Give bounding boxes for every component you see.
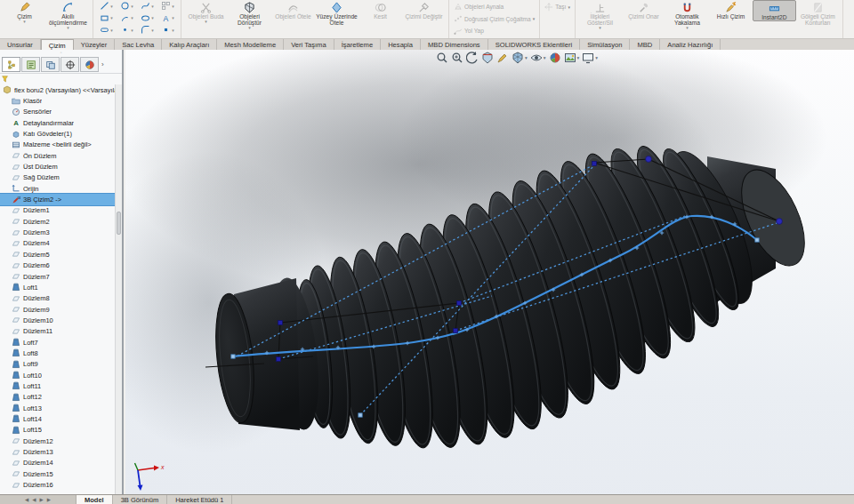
sketch-entity-dot-button[interactable]: ▾ bbox=[157, 25, 178, 35]
tree-item-kat-g-vdeler-1[interactable]: Katı Gövdeler(1) bbox=[0, 128, 115, 139]
sketch-entity-point-button[interactable]: ▾ bbox=[117, 25, 137, 35]
tree-item-d-zlem6[interactable]: Düzlem6 bbox=[0, 260, 115, 271]
scroll-left-icon[interactable]: ◀ bbox=[25, 497, 28, 502]
tree-item-d-zlem5[interactable]: Düzlem5 bbox=[0, 249, 115, 260]
make-path-button[interactable]: Yol Yap bbox=[452, 25, 486, 37]
panel-tab-displaymanager[interactable] bbox=[80, 57, 99, 72]
document-tab-model[interactable]: Model bbox=[77, 495, 113, 504]
tree-item-loft7[interactable]: Loft7 bbox=[0, 337, 115, 348]
tree-item-d-zlem10[interactable]: Düzlem10 bbox=[0, 315, 115, 325]
previous-view-button[interactable] bbox=[466, 52, 479, 64]
instant2d-button[interactable]: Instant2D bbox=[753, 0, 796, 21]
modify-button[interactable]: Çizimi Değiştir bbox=[402, 0, 446, 20]
smart-dimension-button[interactable]: Akıllı ölçümlendirme▾ bbox=[46, 0, 90, 30]
sketch-entity-arc-button[interactable]: ▾ bbox=[117, 13, 137, 23]
dropdown-caret-icon[interactable]: ▾ bbox=[110, 15, 113, 20]
tree-item-d-zlem9[interactable]: Düzlem9 bbox=[0, 304, 115, 315]
tree-item-detayland-rmalar[interactable]: ADetaylandırmalar bbox=[0, 117, 115, 128]
dropdown-caret-icon[interactable]: ▾ bbox=[172, 15, 174, 20]
tree-item-3b-izim2[interactable]: 3D3B Çizim2 -> bbox=[0, 194, 115, 204]
tree-item-d-zlem3[interactable]: Düzlem3 bbox=[0, 227, 115, 237]
ribbon-tab--izim[interactable]: Çizim bbox=[41, 39, 74, 50]
tree-item-klas-r[interactable]: Klasör bbox=[0, 95, 115, 106]
dropdown-caret-icon[interactable]: ▾ bbox=[172, 28, 174, 33]
dropdown-caret-icon[interactable]: ▾ bbox=[131, 4, 133, 9]
offset-surface-button[interactable]: Yüzey Üzerinde Ötele bbox=[315, 0, 359, 26]
dropdown-caret-icon[interactable]: ▾ bbox=[172, 4, 174, 9]
apply-scene-button[interactable]: ▾ bbox=[564, 52, 580, 64]
relations-button[interactable]: İlişkileri Göster/Sil▾ bbox=[578, 0, 622, 30]
tree-scrollbar[interactable] bbox=[115, 84, 122, 494]
trim-button[interactable]: Objeleri Buda▾ bbox=[184, 0, 228, 24]
sketch-entity-fillet-button[interactable]: ▾ bbox=[137, 25, 157, 35]
sketch-entity-rect-button[interactable]: ▾ bbox=[96, 13, 117, 23]
scroll-left-icon[interactable]: ◀ bbox=[32, 497, 36, 502]
convert-button[interactable]: Objeleri Dönüştür▾ bbox=[228, 0, 271, 30]
sketch-entity-circle-button[interactable]: ▾ bbox=[117, 1, 137, 11]
dropdown-caret-icon[interactable]: ▾ bbox=[568, 4, 570, 10]
dropdown-caret-icon[interactable]: ▾ bbox=[151, 28, 154, 33]
ribbon-tab-y-zeyler[interactable]: Yüzeyler bbox=[74, 39, 116, 50]
ribbon-tab-mesh-modelleme[interactable]: Mesh Modelleme bbox=[217, 39, 284, 50]
dropdown-caret-icon[interactable]: ▾ bbox=[525, 55, 528, 60]
document-tab-hareket-et-d-1[interactable]: Hareket Etüdü 1 bbox=[167, 495, 232, 504]
tree-item-orijin[interactable]: Orijin bbox=[0, 183, 115, 194]
linear-pattern-button[interactable]: Doğrusal Çizim Çoğaltma▾ bbox=[452, 13, 536, 26]
dropdown-caret-icon[interactable]: ▾ bbox=[228, 26, 271, 30]
ribbon-tab-veri-ta-ma[interactable]: Veri Taşıma bbox=[284, 39, 334, 50]
sketch-entity-spline-button[interactable]: ▾ bbox=[137, 1, 157, 11]
sketch-entity-slot-button[interactable]: ▾ bbox=[96, 25, 117, 35]
tree-item-loft12[interactable]: Loft12 bbox=[0, 392, 115, 403]
zoom-to-fit-button[interactable] bbox=[436, 52, 448, 64]
snap-button[interactable]: Otomatik Yakalama▾ bbox=[665, 0, 709, 30]
document-tab-3b-g-r-n-m[interactable]: 3B Görünüm bbox=[113, 495, 168, 504]
tree-item-loft14[interactable]: Loft14 bbox=[0, 413, 115, 424]
sketch-entity-line-button[interactable]: ▾ bbox=[96, 1, 117, 11]
sketch-visibility-button[interactable] bbox=[496, 52, 509, 64]
tree-item-loft10[interactable]: Loft10 bbox=[0, 370, 115, 380]
offset-button[interactable]: Objeleri Ötele bbox=[271, 0, 315, 20]
tree-scrollbar-thumb[interactable] bbox=[117, 212, 121, 235]
dropdown-caret-icon[interactable]: ▾ bbox=[544, 55, 546, 60]
dropdown-caret-icon[interactable]: ▾ bbox=[131, 15, 133, 20]
tree-item-loft11[interactable]: Loft11 bbox=[0, 380, 115, 391]
ribbon-tab-sim-lasyon[interactable]: Simülasyon bbox=[580, 39, 630, 50]
tree-item-d-zlem15[interactable]: Düzlem15 bbox=[0, 468, 115, 479]
tree-item-d-zlem16[interactable]: Düzlem16 bbox=[0, 479, 115, 490]
ribbon-tab-mbd-dimensions[interactable]: MBD Dimensions bbox=[421, 39, 488, 50]
panel-tab-dimxpertmanager[interactable] bbox=[60, 57, 79, 72]
sketch-entity-pattern-button[interactable]: ▾ bbox=[157, 1, 178, 11]
sketch-entity-text-button[interactable]: A▾ bbox=[157, 13, 178, 23]
zoom-to-area-button[interactable] bbox=[451, 52, 463, 64]
hide-show-items-button[interactable]: ▾ bbox=[530, 52, 546, 64]
ribbon-tab-kal-p-ara-lar-[interactable]: Kalıp Araçları bbox=[162, 39, 217, 50]
intersect-button[interactable]: Kesit bbox=[359, 0, 402, 20]
dropdown-caret-icon[interactable]: ▾ bbox=[151, 15, 154, 20]
ribbon-tab-analiz-haz-rl-[interactable]: Analiz Hazırlığı bbox=[660, 39, 721, 50]
dropdown-caret-icon[interactable]: ▾ bbox=[577, 55, 580, 60]
tree-item-d-zlem12[interactable]: Düzlem12 bbox=[0, 436, 115, 446]
tree-item-loft13[interactable]: Loft13 bbox=[0, 403, 115, 413]
panel-splitter-handle[interactable]: ◦ bbox=[0, 50, 122, 56]
ribbon-tab-solidworks-eklentileri[interactable]: SOLIDWORKS Eklentileri bbox=[488, 39, 581, 50]
tree-item-d-zlem8[interactable]: Düzlem8 bbox=[0, 293, 115, 304]
repair-button[interactable]: Çizimi Onar bbox=[622, 0, 665, 20]
dropdown-caret-icon[interactable]: ▾ bbox=[151, 4, 154, 9]
panel-tab-featuremanager-tree[interactable] bbox=[2, 57, 20, 72]
sketch-entity-ellipse-button[interactable]: ▾ bbox=[137, 13, 157, 23]
scroll-right-icon[interactable]: ▶ bbox=[40, 497, 44, 502]
tree-item-sens-rler[interactable]: Sensörler bbox=[0, 107, 115, 117]
dropdown-caret-icon[interactable]: ▾ bbox=[665, 26, 709, 30]
panel-expand-chevron-icon[interactable]: › bbox=[101, 60, 104, 68]
ribbon-tab-unsurlar[interactable]: Unsurlar bbox=[0, 39, 41, 50]
tree-item-d-zlem7[interactable]: Düzlem7 bbox=[0, 271, 115, 282]
display-style-button[interactable]: ▾ bbox=[512, 52, 528, 64]
panel-tab-propertymanager[interactable] bbox=[21, 57, 40, 72]
tree-item-d-zlem4[interactable]: Düzlem4 bbox=[0, 238, 115, 249]
dropdown-caret-icon[interactable]: ▾ bbox=[131, 28, 133, 33]
tree-item-d-zlem1[interactable]: Düzlem1 bbox=[0, 205, 115, 216]
tree-item-st-d-zlem[interactable]: Üst Düzlem bbox=[0, 161, 115, 172]
panel-tab-configurationmanager[interactable] bbox=[41, 57, 60, 72]
dropdown-caret-icon[interactable]: ▾ bbox=[46, 26, 90, 30]
tree-item-d-zlem11[interactable]: Düzlem11 bbox=[0, 326, 115, 337]
